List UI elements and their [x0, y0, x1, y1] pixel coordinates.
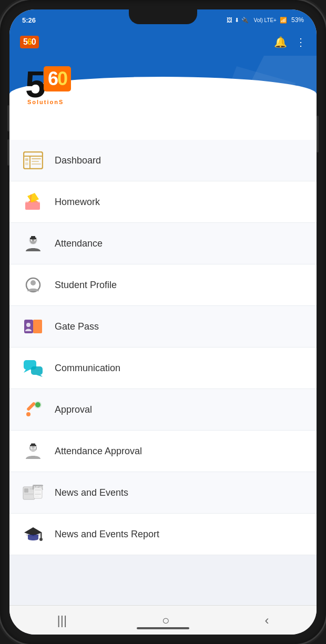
- student-profile-icon: [22, 274, 44, 296]
- app-header: 560 🔔 ⋮: [9, 28, 317, 56]
- notch: [129, 9, 197, 24]
- svg-rect-44: [24, 497, 30, 498]
- menu-item-communication[interactable]: Communication: [9, 347, 317, 389]
- menu-list: Dashboard Homework: [9, 140, 317, 555]
- attendance-icon: [22, 232, 44, 254]
- usb-icon: 🔌: [241, 17, 249, 24]
- attendance-approval-icon: [22, 440, 44, 462]
- more-options-icon[interactable]: ⋮: [296, 36, 306, 48]
- svg-point-29: [35, 402, 40, 407]
- status-time: 5:26: [22, 16, 36, 24]
- svg-point-19: [30, 280, 36, 285]
- menu-item-gate-pass[interactable]: Gate Pass: [9, 306, 317, 347]
- svg-line-10: [30, 195, 31, 202]
- menu-item-dashboard[interactable]: Dashboard: [9, 140, 317, 181]
- svg-rect-7: [32, 163, 41, 165]
- svg-rect-42: [24, 494, 34, 495]
- nav-back-icon[interactable]: ‹: [265, 613, 269, 628]
- svg-point-15: [30, 241, 36, 244]
- svg-rect-26: [31, 366, 43, 375]
- menu-label-attendance: Attendance: [55, 238, 103, 249]
- svg-rect-6: [25, 162, 28, 165]
- battery-text: 53%: [291, 16, 304, 24]
- svg-marker-27: [36, 375, 43, 377]
- gate-pass-icon: [22, 315, 44, 338]
- news-events-icon: NEWS: [22, 482, 44, 504]
- svg-rect-3: [25, 158, 28, 161]
- news-events-report-icon: [22, 523, 44, 545]
- approval-icon: [22, 398, 44, 421]
- svg-rect-43: [24, 495, 34, 496]
- svg-point-31: [26, 412, 30, 416]
- svg-rect-41: [29, 490, 34, 492]
- svg-rect-37: [31, 444, 35, 446]
- svg-rect-39: [24, 488, 28, 493]
- svg-rect-48: [35, 489, 41, 490]
- menu-item-news-events-report[interactable]: News and Events Report: [9, 514, 317, 555]
- status-icons: 🖼 ⬇ 🔌 Vol) LTE+ 📶 53%: [227, 16, 304, 24]
- svg-point-55: [39, 538, 43, 541]
- svg-rect-30: [26, 402, 36, 411]
- menu-label-gate-pass: Gate Pass: [55, 321, 99, 332]
- dashboard-icon: [22, 149, 44, 171]
- bluetooth-icon: ⬇: [235, 17, 239, 24]
- svg-rect-22: [33, 320, 42, 333]
- svg-rect-50: [35, 494, 41, 495]
- menu-label-dashboard: Dashboard: [55, 155, 101, 166]
- notification-icon: 🖼: [227, 17, 232, 23]
- home-indicator: [137, 627, 189, 629]
- header-icons: 🔔 ⋮: [274, 36, 306, 48]
- svg-rect-51: [35, 496, 39, 497]
- menu-item-attendance[interactable]: Attendance: [9, 223, 317, 264]
- menu-label-approval: Approval: [55, 404, 92, 415]
- menu-label-news-events-report: News and Events Report: [55, 529, 159, 540]
- svg-rect-49: [35, 492, 40, 493]
- menu-item-approval[interactable]: Approval: [9, 389, 317, 431]
- svg-rect-4: [32, 158, 41, 159]
- menu-item-attendance-approval[interactable]: Attendance Approval: [9, 431, 317, 472]
- hero-logo-60-wrap: 60 60: [44, 66, 80, 103]
- svg-point-23: [26, 323, 30, 327]
- notification-bell-icon[interactable]: 🔔: [274, 36, 287, 48]
- menu-label-student-profile: Student Profile: [55, 280, 117, 291]
- wifi-icon: 📶: [280, 17, 287, 24]
- svg-rect-5: [32, 161, 39, 162]
- power-button[interactable]: [317, 116, 319, 152]
- menu-label-attendance-approval: Attendance Approval: [55, 446, 142, 457]
- menu-item-homework[interactable]: Homework: [9, 181, 317, 223]
- menu-label-news-events: News and Events: [55, 487, 128, 498]
- app-logo-small: 560: [20, 36, 39, 48]
- phone-frame: 5:26 🖼 ⬇ 🔌 Vol) LTE+ 📶 53% 560 🔔 ⋮: [0, 0, 326, 644]
- bottom-nav: ||| ○ ‹: [9, 605, 317, 635]
- hero-section: 5 60 60 SolutionS: [9, 56, 317, 140]
- svg-rect-17: [31, 236, 35, 238]
- menu-label-communication: Communication: [55, 363, 120, 374]
- hero-logo-orange-box: 60: [44, 66, 71, 91]
- menu-label-homework: Homework: [55, 197, 100, 208]
- phone-screen: 5:26 🖼 ⬇ 🔌 Vol) LTE+ 📶 53% 560 🔔 ⋮: [9, 9, 317, 635]
- menu-section: Dashboard Homework: [9, 140, 317, 605]
- menu-item-news-events[interactable]: NEWS News and Events: [9, 472, 317, 514]
- svg-point-35: [30, 449, 36, 452]
- svg-rect-9: [25, 202, 40, 210]
- nav-home-icon[interactable]: ○: [162, 613, 170, 628]
- homework-icon: [22, 191, 44, 213]
- menu-item-student-profile[interactable]: Student Profile: [9, 264, 317, 306]
- hero-logo: 5 60 60 SolutionS: [25, 66, 80, 105]
- signal-text: Vol) LTE+: [254, 17, 277, 23]
- communication-icon: [22, 357, 44, 379]
- hero-logo-5: 5: [25, 66, 44, 103]
- logo-small-box: 560: [20, 36, 39, 48]
- svg-marker-25: [24, 370, 30, 373]
- nav-menu-icon[interactable]: |||: [57, 613, 67, 628]
